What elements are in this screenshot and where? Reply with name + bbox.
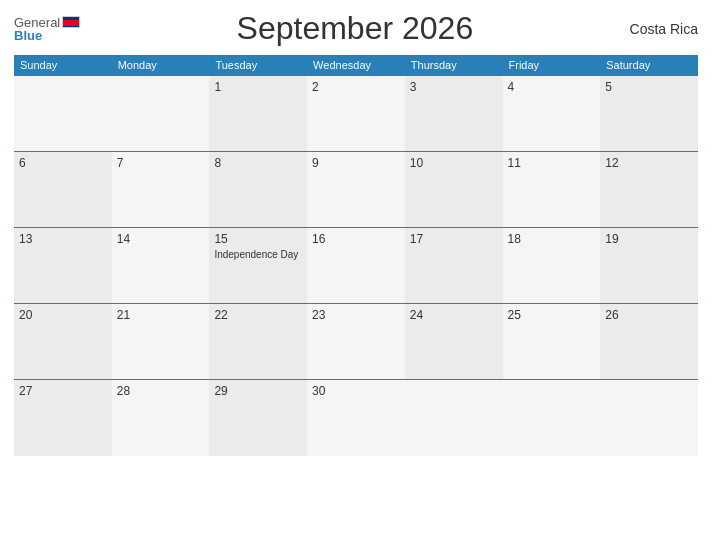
calendar-cell: 21 (112, 304, 210, 380)
day-number: 23 (312, 308, 400, 322)
logo-general-text: General (14, 16, 60, 29)
day-number: 5 (605, 80, 693, 94)
calendar-cell: 30 (307, 380, 405, 456)
logo: General Blue (14, 16, 80, 42)
day-number: 19 (605, 232, 693, 246)
day-number: 18 (508, 232, 596, 246)
weekday-header: Sunday (14, 55, 112, 76)
calendar-cell: 5 (600, 76, 698, 152)
weekday-header-row: SundayMondayTuesdayWednesdayThursdayFrid… (14, 55, 698, 76)
calendar-cell: 1 (209, 76, 307, 152)
calendar-cell (112, 76, 210, 152)
calendar-week-row: 20212223242526 (14, 304, 698, 380)
day-number: 11 (508, 156, 596, 170)
day-number: 14 (117, 232, 205, 246)
day-number: 17 (410, 232, 498, 246)
day-number: 25 (508, 308, 596, 322)
calendar-cell (600, 380, 698, 456)
calendar-cell (14, 76, 112, 152)
calendar-cell: 4 (503, 76, 601, 152)
day-number: 21 (117, 308, 205, 322)
day-number: 4 (508, 80, 596, 94)
calendar-cell: 25 (503, 304, 601, 380)
calendar-cell: 8 (209, 152, 307, 228)
calendar-cell: 10 (405, 152, 503, 228)
calendar-table: SundayMondayTuesdayWednesdayThursdayFrid… (14, 55, 698, 456)
calendar-cell (405, 380, 503, 456)
calendar-cell: 22 (209, 304, 307, 380)
calendar-cell: 18 (503, 228, 601, 304)
day-number: 13 (19, 232, 107, 246)
weekday-header: Saturday (600, 55, 698, 76)
day-number: 22 (214, 308, 302, 322)
calendar-week-row: 12345 (14, 76, 698, 152)
weekday-header: Thursday (405, 55, 503, 76)
day-number: 10 (410, 156, 498, 170)
calendar-cell: 24 (405, 304, 503, 380)
day-number: 29 (214, 384, 302, 398)
calendar-title: September 2026 (80, 10, 629, 47)
weekday-header: Wednesday (307, 55, 405, 76)
calendar-cell: 20 (14, 304, 112, 380)
calendar-week-row: 131415Independence Day16171819 (14, 228, 698, 304)
day-number: 12 (605, 156, 693, 170)
calendar-cell: 14 (112, 228, 210, 304)
weekday-header: Tuesday (209, 55, 307, 76)
calendar-cell: 7 (112, 152, 210, 228)
day-number: 7 (117, 156, 205, 170)
calendar-cell: 26 (600, 304, 698, 380)
weekday-header: Monday (112, 55, 210, 76)
header: General Blue September 2026 Costa Rica (14, 10, 698, 47)
calendar-cell: 23 (307, 304, 405, 380)
calendar-cell: 29 (209, 380, 307, 456)
calendar-cell: 27 (14, 380, 112, 456)
day-number: 30 (312, 384, 400, 398)
weekday-header: Friday (503, 55, 601, 76)
day-number: 24 (410, 308, 498, 322)
calendar-cell: 17 (405, 228, 503, 304)
country-label: Costa Rica (630, 21, 698, 37)
day-number: 27 (19, 384, 107, 398)
day-number: 9 (312, 156, 400, 170)
calendar-cell: 28 (112, 380, 210, 456)
calendar-cell: 2 (307, 76, 405, 152)
day-number: 2 (312, 80, 400, 94)
calendar-page: General Blue September 2026 Costa Rica S… (0, 0, 712, 550)
day-number: 20 (19, 308, 107, 322)
calendar-cell: 19 (600, 228, 698, 304)
calendar-cell: 11 (503, 152, 601, 228)
day-number: 1 (214, 80, 302, 94)
day-number: 16 (312, 232, 400, 246)
calendar-cell: 13 (14, 228, 112, 304)
calendar-cell: 16 (307, 228, 405, 304)
day-number: 28 (117, 384, 205, 398)
logo-blue-text: Blue (14, 29, 42, 42)
calendar-cell: 15Independence Day (209, 228, 307, 304)
calendar-cell: 6 (14, 152, 112, 228)
flag-icon (62, 16, 80, 28)
calendar-cell: 3 (405, 76, 503, 152)
day-number: 6 (19, 156, 107, 170)
day-number: 15 (214, 232, 302, 246)
day-number: 3 (410, 80, 498, 94)
holiday-label: Independence Day (214, 248, 302, 261)
calendar-week-row: 6789101112 (14, 152, 698, 228)
calendar-cell: 9 (307, 152, 405, 228)
calendar-week-row: 27282930 (14, 380, 698, 456)
day-number: 8 (214, 156, 302, 170)
day-number: 26 (605, 308, 693, 322)
calendar-cell (503, 380, 601, 456)
calendar-cell: 12 (600, 152, 698, 228)
